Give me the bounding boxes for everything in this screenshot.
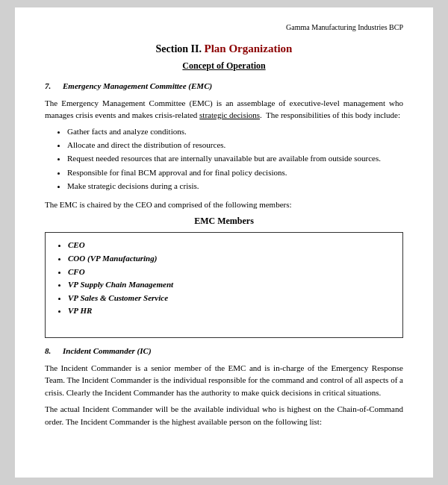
- member-item: VP Sales & Customer Service: [68, 292, 393, 305]
- document-header: Gamma Manufacturing Industries BCP: [45, 22, 403, 34]
- emc-members-title: EMC Members: [45, 215, 403, 228]
- para2: The EMC is chaired by the CEO and compri…: [45, 198, 403, 211]
- bullet-item: Request needed resources that are intern…: [67, 153, 403, 164]
- company-name: Gamma Manufacturing Industries BCP: [286, 23, 403, 31]
- bullet-item: Gather facts and analyze conditions.: [67, 126, 403, 137]
- bullet-item: Make strategic decisions during a crisis…: [67, 181, 403, 192]
- members-list: CEO COO (VP Manufacturing) CFO VP Supply…: [68, 239, 393, 331]
- para1: The Emergency Management Committee (EMC)…: [45, 97, 403, 122]
- member-item: CEO: [68, 239, 393, 252]
- section-heading: Plan Organization: [205, 43, 293, 54]
- section-number: Section II.: [156, 43, 202, 54]
- item7-title: Emergency Management Committee (EMC): [63, 81, 212, 93]
- member-item: CFO: [68, 266, 393, 279]
- para3: The Incident Commander is a senior membe…: [45, 362, 403, 399]
- para4: The actual Incident Commander will be th…: [45, 403, 403, 428]
- strategic-decisions-link: strategic decisions: [199, 110, 260, 119]
- document-page: Gamma Manufacturing Industries BCP Secti…: [15, 7, 433, 478]
- concept-title: Concept of Operation: [45, 60, 403, 72]
- item8-number: 8.: [45, 345, 57, 357]
- section-title: Section II. Plan Organization: [45, 41, 403, 57]
- item7-heading: 7. Emergency Management Committee (EMC): [45, 81, 403, 93]
- bullets-list-1: Gather facts and analyze conditions. All…: [67, 126, 403, 193]
- member-item: COO (VP Manufacturing): [68, 252, 393, 266]
- item8-heading: 8. Incident Commander (IC): [45, 345, 403, 357]
- bullet-item: Allocate and direct the distribution of …: [67, 140, 403, 151]
- item7-number: 7.: [45, 81, 57, 93]
- member-item: VP HR: [68, 304, 393, 318]
- bullet-item: Responsible for final BCM approval and f…: [67, 167, 403, 178]
- member-item: VP Supply Chain Management: [68, 278, 393, 292]
- members-box: CEO COO (VP Manufacturing) CFO VP Supply…: [45, 232, 403, 337]
- item8-title: Incident Commander (IC): [63, 345, 152, 357]
